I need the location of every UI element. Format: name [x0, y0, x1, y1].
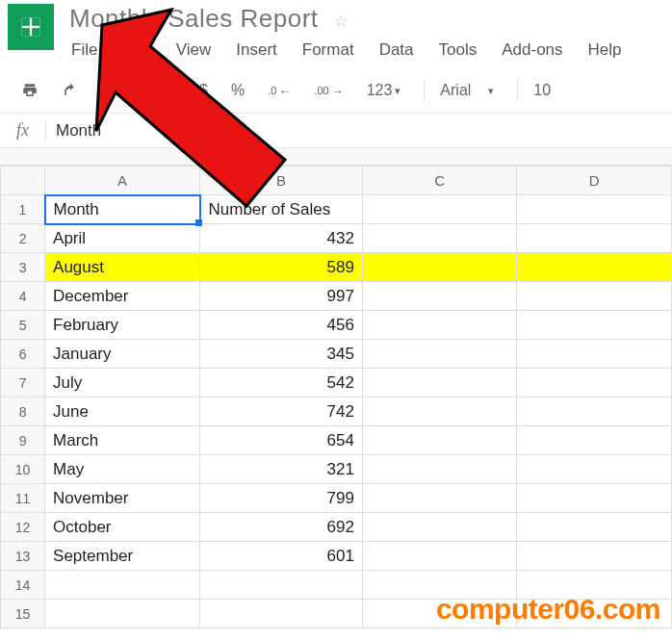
cell[interactable] [517, 484, 672, 513]
menu-data[interactable]: Data [377, 38, 427, 63]
menu-tools[interactable]: Tools [437, 38, 491, 63]
row-number[interactable]: 4 [1, 282, 45, 311]
cell[interactable] [200, 571, 363, 600]
row-number[interactable]: 14 [1, 571, 45, 600]
cell[interactable] [362, 340, 517, 369]
cell[interactable] [362, 484, 517, 513]
menu-file[interactable]: File [69, 38, 111, 63]
cell[interactable] [517, 542, 672, 571]
cell[interactable] [45, 571, 200, 600]
font-family-select[interactable]: Arial▾ [432, 78, 502, 103]
format-percent-button[interactable]: % [223, 78, 252, 103]
menu-addons[interactable]: Add-ons [500, 38, 576, 63]
menu-help[interactable]: Help [586, 38, 635, 63]
cell[interactable] [517, 195, 672, 224]
cell[interactable] [517, 397, 672, 426]
row-number[interactable]: 12 [1, 513, 45, 542]
cell[interactable]: January [45, 340, 200, 369]
menu-edit[interactable]: Edit [120, 38, 164, 63]
cell[interactable]: 321 [200, 455, 363, 484]
star-icon[interactable]: ☆ [333, 12, 349, 31]
menu-view[interactable]: View [174, 38, 225, 63]
cell[interactable] [362, 282, 517, 311]
cell[interactable]: Number of Sales [200, 195, 363, 224]
cell[interactable]: June [45, 397, 200, 426]
cell[interactable]: February [45, 311, 200, 340]
row-number[interactable]: 7 [1, 369, 45, 397]
cell[interactable]: 456 [200, 311, 363, 340]
cell[interactable]: 654 [200, 426, 363, 455]
cell[interactable]: 589 [200, 253, 363, 282]
cell[interactable]: September [45, 542, 200, 571]
cell[interactable] [362, 369, 517, 397]
document-title[interactable]: Monthly Sales Report ☆ [67, 0, 672, 36]
column-header-C[interactable]: C [362, 167, 517, 195]
menu-format[interactable]: Format [300, 38, 368, 63]
row-number[interactable]: 15 [1, 600, 45, 628]
column-header-B[interactable]: B [200, 167, 363, 195]
row-number[interactable]: 2 [1, 224, 45, 253]
cell[interactable] [362, 195, 517, 224]
cell[interactable]: December [45, 282, 200, 311]
cell[interactable] [517, 282, 672, 311]
number-format-button[interactable]: 123▾ [359, 78, 409, 103]
row-number[interactable]: 3 [1, 253, 45, 282]
row-number[interactable]: 10 [1, 455, 45, 484]
cell[interactable]: October [45, 513, 200, 542]
cell[interactable]: November [45, 484, 200, 513]
cell[interactable] [200, 600, 363, 628]
row-number[interactable]: 6 [1, 340, 45, 369]
column-header-A[interactable]: A [45, 167, 200, 195]
select-all-corner[interactable] [1, 167, 45, 195]
cell[interactable] [517, 224, 672, 253]
cell[interactable] [362, 513, 517, 542]
paint-format-button[interactable] [135, 78, 168, 103]
cell[interactable]: July [45, 369, 200, 397]
cell[interactable] [362, 224, 517, 253]
cell[interactable] [517, 253, 672, 282]
row-number[interactable]: 5 [1, 311, 45, 340]
column-header-D[interactable]: D [517, 167, 672, 195]
increase-decimal-button[interactable]: .00→ [306, 80, 350, 102]
cell[interactable]: 542 [200, 369, 363, 397]
cell[interactable] [517, 369, 672, 397]
cell[interactable] [517, 513, 672, 542]
row-number[interactable]: 11 [1, 484, 45, 513]
cell[interactable]: 601 [200, 542, 363, 571]
cell[interactable] [517, 340, 672, 369]
row-number[interactable]: 9 [1, 426, 45, 455]
spreadsheet-grid[interactable]: A B C D 1MonthNumber of Sales2April4323A… [0, 166, 672, 628]
cell[interactable]: 692 [200, 513, 363, 542]
print-button[interactable] [13, 78, 46, 103]
cell[interactable]: August [45, 253, 200, 282]
cell[interactable] [517, 455, 672, 484]
row-number[interactable]: 8 [1, 397, 45, 426]
decrease-decimal-button[interactable]: .0← [260, 80, 298, 102]
cell[interactable]: 432 [200, 224, 363, 253]
cell[interactable] [517, 426, 672, 455]
format-currency-button[interactable]: $ [192, 78, 216, 103]
cell[interactable]: 345 [200, 340, 363, 369]
font-size-select[interactable]: 10 [526, 78, 558, 103]
cell[interactable]: March [45, 426, 200, 455]
cell[interactable]: Month [45, 195, 200, 224]
formula-input[interactable] [46, 115, 672, 146]
menu-insert[interactable]: Insert [234, 38, 291, 63]
cell[interactable] [362, 253, 517, 282]
cell[interactable] [362, 397, 517, 426]
cell[interactable] [362, 542, 517, 571]
row-number[interactable]: 1 [1, 195, 45, 224]
cell[interactable] [517, 311, 672, 340]
redo-button[interactable] [94, 78, 127, 103]
cell[interactable]: 997 [200, 282, 363, 311]
undo-button[interactable] [54, 78, 87, 103]
cell[interactable]: May [45, 455, 200, 484]
cell[interactable]: April [45, 224, 200, 253]
cell[interactable] [362, 311, 517, 340]
cell[interactable]: 799 [200, 484, 363, 513]
row-number[interactable]: 13 [1, 542, 45, 571]
cell[interactable] [362, 455, 517, 484]
cell[interactable]: 742 [200, 397, 363, 426]
cell[interactable] [45, 600, 200, 628]
cell[interactable] [362, 426, 517, 455]
